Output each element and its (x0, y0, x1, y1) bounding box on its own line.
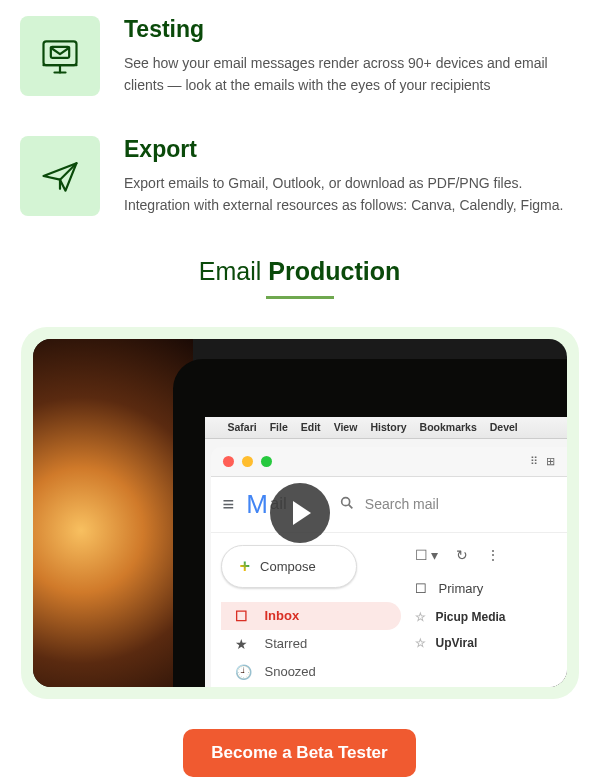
laptop-screen: Safari File Edit View History Bookmarks … (205, 417, 567, 687)
menu-item: Safari (228, 421, 257, 433)
star-outline-icon: ☆ (415, 610, 426, 624)
menu-item: File (270, 421, 288, 433)
more-icon: ⋮ (486, 547, 500, 563)
sidebar-item-snoozed: 🕘 Snoozed (221, 658, 401, 686)
menu-item: Bookmarks (420, 421, 477, 433)
become-beta-tester-button[interactable]: Become a Beta Tester (183, 729, 415, 777)
window-chrome: ⠿ ⊞ (211, 447, 567, 477)
primary-tab: ☐ Primary (407, 567, 567, 604)
tabs-grid-icon: ⠿ (530, 455, 538, 468)
search-box: Search mail (339, 495, 439, 514)
search-placeholder: Search mail (365, 496, 439, 512)
traffic-light-zoom-icon (261, 456, 272, 467)
gmail-body: + Compose ☐ Inbox ★ Starred 🕘 (211, 533, 567, 687)
hamburger-icon: ≡ (223, 493, 235, 516)
laptop-frame: Safari File Edit View History Bookmarks … (173, 359, 567, 687)
menu-item: History (370, 421, 406, 433)
primary-tab-icon: ☐ (415, 581, 427, 596)
menu-item: View (334, 421, 358, 433)
window-expand-icon: ⊞ (546, 455, 555, 468)
feature-text: Export Export emails to Gmail, Outlook, … (124, 136, 579, 216)
feature-export: Export Export emails to Gmail, Outlook, … (20, 136, 579, 216)
inbox-icon: ☐ (235, 608, 251, 624)
gmail-main: ☐ ▾ ↻ ⋮ ☐ Primary ☆ Picup Media (401, 533, 567, 687)
gmail-header: ≡ M ail Search mail (211, 477, 567, 533)
mail-row: ☆ Picup Media (407, 604, 567, 630)
traffic-light-close-icon (223, 456, 234, 467)
clock-icon: 🕘 (235, 664, 251, 680)
star-outline-icon: ☆ (415, 636, 426, 650)
export-icon-tile (20, 136, 100, 216)
star-icon: ★ (235, 636, 251, 652)
mail-toolbar: ☐ ▾ ↻ ⋮ (407, 543, 567, 567)
monitor-mail-icon (38, 34, 82, 78)
mail-row: ☆ UpViral (407, 630, 567, 656)
menu-item: Edit (301, 421, 321, 433)
play-button[interactable] (270, 483, 330, 543)
select-checkbox-icon: ☐ ▾ (415, 547, 439, 563)
feature-description: See how your email messages render acros… (124, 53, 579, 96)
video-card[interactable]: Safari File Edit View History Bookmarks … (21, 327, 579, 699)
testing-icon-tile (20, 16, 100, 96)
search-icon (339, 495, 355, 514)
sidebar-item-starred: ★ Starred (221, 630, 401, 658)
feature-text: Testing See how your email messages rend… (124, 16, 579, 96)
feature-title: Testing (124, 16, 579, 43)
gmail-sidebar: + Compose ☐ Inbox ★ Starred 🕘 (211, 533, 401, 687)
traffic-light-minimize-icon (242, 456, 253, 467)
macos-menubar: Safari File Edit View History Bookmarks … (205, 417, 567, 439)
feature-testing: Testing See how your email messages rend… (20, 16, 579, 96)
sidebar-item-inbox: ☐ Inbox (221, 602, 401, 630)
section-title: Email Production (20, 257, 579, 286)
compose-button: + Compose (221, 545, 357, 588)
feature-title: Export (124, 136, 579, 163)
menu-item: Devel (490, 421, 518, 433)
refresh-icon: ↻ (456, 547, 468, 563)
plus-icon: + (240, 556, 251, 577)
feature-description: Export emails to Gmail, Outlook, or down… (124, 173, 579, 216)
play-icon (293, 501, 311, 525)
title-underline (266, 296, 334, 299)
svg-point-2 (342, 497, 350, 505)
video-bg-glow (33, 339, 193, 687)
paper-plane-icon (38, 154, 82, 198)
